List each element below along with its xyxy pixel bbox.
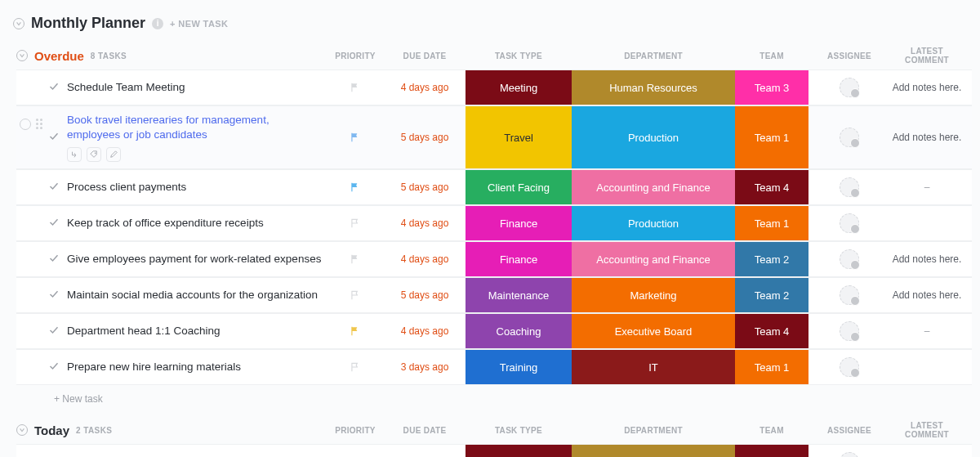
- check-icon[interactable]: [49, 180, 59, 195]
- due-date[interactable]: 4 days ago: [384, 253, 466, 265]
- priority-flag[interactable]: [327, 361, 384, 373]
- section-toggle[interactable]: [16, 424, 28, 436]
- task-row[interactable]: Book travel itenerearies for management,…: [16, 105, 972, 169]
- task-type-pill[interactable]: Meeting: [466, 70, 572, 105]
- latest-comment[interactable]: –: [890, 325, 964, 337]
- info-icon[interactable]: i: [152, 18, 163, 29]
- department-pill[interactable]: Marketing: [572, 278, 735, 312]
- department-pill[interactable]: Production: [572, 206, 735, 240]
- task-row[interactable]: Prepare new hire learning materials 3 da…: [16, 349, 972, 385]
- team-pill[interactable]: Team 4: [735, 314, 808, 348]
- assignee-avatar[interactable]: [840, 321, 859, 341]
- task-row[interactable]: Maintain social media accounts for the o…: [16, 277, 972, 313]
- task-name[interactable]: Schedule Team Meeting: [67, 80, 185, 95]
- latest-comment[interactable]: Add notes here.: [890, 82, 964, 93]
- check-icon[interactable]: [49, 288, 59, 302]
- task-type-pill[interactable]: Training: [466, 350, 572, 384]
- task-type-pill[interactable]: Finance: [466, 206, 572, 240]
- col-comment: LATEST COMMENT: [890, 47, 964, 65]
- priority-flag[interactable]: [327, 132, 384, 143]
- check-icon[interactable]: [49, 252, 59, 267]
- team-pill[interactable]: Team 2: [735, 278, 808, 312]
- latest-comment[interactable]: Add notes here.: [890, 132, 964, 143]
- task-row[interactable]: Schedule Team Meeting 4 days ago Meeting…: [16, 69, 972, 105]
- task-type-pill[interactable]: Travel: [466, 106, 572, 168]
- due-date[interactable]: 4 days ago: [384, 217, 466, 229]
- check-icon[interactable]: [49, 80, 59, 95]
- task-name[interactable]: Department head 1:1 Coaching: [67, 324, 220, 338]
- priority-flag[interactable]: [327, 325, 384, 337]
- task-name[interactable]: Prepare new hire learning materials: [67, 360, 241, 374]
- department-pill[interactable]: Human Resources: [572, 70, 735, 105]
- due-date[interactable]: 5 days ago: [384, 289, 466, 301]
- priority-flag[interactable]: [327, 289, 384, 301]
- team-pill[interactable]: Team 4: [735, 445, 808, 457]
- drag-handle-icon[interactable]: [36, 119, 44, 130]
- new-task-inline[interactable]: + New task: [16, 385, 972, 418]
- team-pill[interactable]: Team 1: [735, 350, 808, 384]
- task-row[interactable]: Schedule Company Wide Meetings Today Mee…: [16, 444, 972, 457]
- col-team: TEAM: [735, 52, 808, 60]
- task-name[interactable]: Maintain social media accounts for the o…: [67, 288, 318, 302]
- check-icon[interactable]: [49, 360, 59, 374]
- department-pill[interactable]: Accounting and Finance: [572, 242, 735, 276]
- page-collapse-toggle[interactable]: [13, 18, 24, 29]
- department-pill[interactable]: Production: [572, 106, 735, 168]
- team-pill[interactable]: Team 4: [735, 170, 808, 204]
- latest-comment[interactable]: –: [890, 181, 964, 193]
- task-name[interactable]: Keep track of office expenditure receipt…: [67, 216, 264, 231]
- subtask-icon[interactable]: [67, 147, 82, 162]
- section-toggle[interactable]: [16, 50, 28, 61]
- task-type-pill[interactable]: Client Facing: [466, 170, 572, 204]
- priority-flag[interactable]: [327, 181, 384, 193]
- task-row[interactable]: Keep track of office expenditure receipt…: [16, 205, 972, 241]
- assignee-avatar[interactable]: [840, 177, 859, 197]
- new-task-button[interactable]: + NEW TASK: [170, 19, 228, 29]
- due-date[interactable]: 5 days ago: [384, 181, 466, 193]
- task-row[interactable]: Give employees payment for work-related …: [16, 241, 972, 277]
- team-pill[interactable]: Team 1: [735, 106, 808, 168]
- task-name[interactable]: Book travel itenerearies for management,…: [67, 113, 322, 142]
- assignee-avatar[interactable]: [840, 128, 859, 147]
- task-type-pill[interactable]: Coaching: [466, 314, 572, 348]
- edit-icon[interactable]: [106, 147, 121, 162]
- svg-point-0: [95, 153, 96, 155]
- task-name[interactable]: Give employees payment for work-related …: [67, 252, 321, 267]
- due-date[interactable]: 3 days ago: [384, 361, 466, 373]
- department-pill[interactable]: Human Resources: [572, 445, 735, 457]
- row-select-circle[interactable]: [20, 119, 31, 130]
- task-type-pill[interactable]: Finance: [466, 242, 572, 276]
- department-pill[interactable]: Executive Board: [572, 314, 735, 348]
- col-team: TEAM: [735, 426, 808, 435]
- task-name[interactable]: Process client payments: [67, 180, 186, 195]
- assignee-avatar[interactable]: [840, 78, 859, 97]
- task-type-pill[interactable]: Maintenance: [466, 278, 572, 312]
- due-date[interactable]: 5 days ago: [384, 132, 466, 143]
- check-icon[interactable]: [49, 216, 59, 231]
- page-title: Monthly Planner: [31, 15, 145, 32]
- assignee-avatar[interactable]: [840, 249, 859, 269]
- check-icon[interactable]: [49, 130, 59, 145]
- due-date[interactable]: 4 days ago: [384, 82, 466, 93]
- assignee-avatar[interactable]: [840, 357, 859, 377]
- team-pill[interactable]: Team 2: [735, 242, 808, 276]
- department-pill[interactable]: Accounting and Finance: [572, 170, 735, 204]
- department-pill[interactable]: IT: [572, 350, 735, 384]
- latest-comment[interactable]: Add notes here.: [890, 289, 964, 301]
- check-icon[interactable]: [49, 324, 59, 338]
- due-date[interactable]: 4 days ago: [384, 325, 466, 337]
- team-pill[interactable]: Team 3: [735, 70, 808, 105]
- priority-flag[interactable]: [327, 217, 384, 229]
- assignee-avatar[interactable]: [840, 213, 859, 233]
- team-pill[interactable]: Team 1: [735, 206, 808, 240]
- tag-icon[interactable]: [87, 147, 101, 162]
- priority-flag[interactable]: [327, 82, 384, 93]
- assignee-avatar[interactable]: [840, 452, 859, 457]
- task-type-pill[interactable]: Meeting: [466, 445, 572, 457]
- assignee-avatar[interactable]: [840, 285, 859, 305]
- latest-comment[interactable]: Add notes here.: [890, 253, 964, 265]
- col-assignee: ASSIGNEE: [808, 52, 890, 60]
- task-row[interactable]: Department head 1:1 Coaching 4 days ago …: [16, 313, 972, 349]
- task-row[interactable]: Process client payments 5 days ago Clien…: [16, 169, 972, 205]
- priority-flag[interactable]: [327, 253, 384, 265]
